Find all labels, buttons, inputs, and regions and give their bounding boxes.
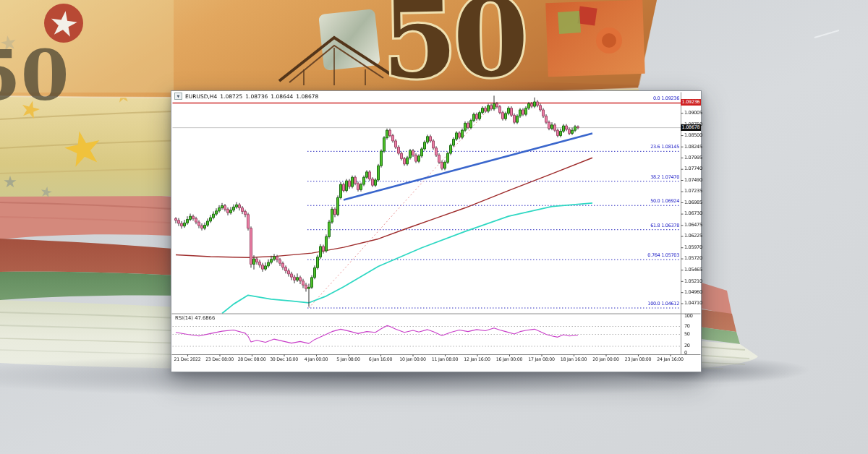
chart-symbol-timeframe: EURUSD,H4 [185, 93, 217, 100]
promo-image: { "background": { "big_fifty": "50", "ed… [0, 0, 868, 454]
banknote-edge-numeral: 50 [0, 35, 69, 116]
chart-title: ▼ EURUSD,H4 1.08725 1.08736 1.08644 1.08… [174, 93, 318, 100]
chart-dropdown-icon[interactable]: ▼ [174, 93, 182, 100]
banknote-50-numeral: 50 [380, 0, 525, 103]
chart-close-value: 1.08678 [296, 93, 318, 100]
price-chart-canvas[interactable] [171, 91, 701, 372]
chart-high-value: 1.08736 [245, 93, 268, 100]
rsi-indicator-label: RSI(14) 47.6866 [175, 315, 215, 321]
chart-low-value: 1.08644 [271, 93, 293, 100]
mt4-chart-window[interactable]: ▼ EURUSD,H4 1.08725 1.08736 1.08644 1.08… [171, 90, 702, 372]
chart-open-value: 1.08725 [220, 93, 242, 100]
